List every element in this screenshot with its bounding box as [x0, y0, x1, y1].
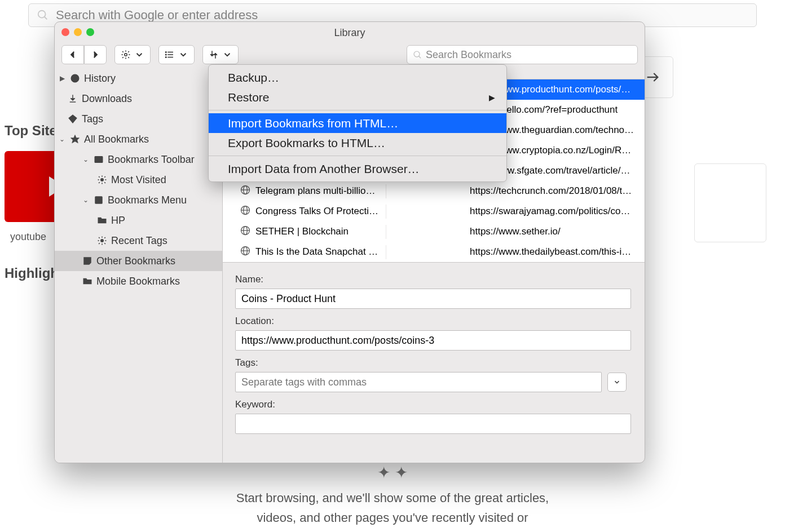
- svg-rect-16: [95, 157, 103, 163]
- bookmark-url-cell: https://www.sether.io/: [466, 226, 645, 237]
- chevron-down-icon: [134, 50, 144, 60]
- views-menu-button[interactable]: [158, 45, 195, 64]
- tag-icon: [67, 113, 78, 125]
- sidebar-item-mobile-bookmarks[interactable]: Mobile Bookmarks: [55, 271, 222, 291]
- detail-name-label: Name:: [235, 274, 632, 285]
- svg-point-0: [38, 11, 46, 18]
- sidebar-item-other-bookmarks[interactable]: Other Bookmarks: [55, 251, 222, 271]
- gear-icon: [121, 50, 131, 60]
- sidebar-item-bookmarks-toolbar[interactable]: ⌄ Bookmarks Toolbar: [55, 149, 222, 170]
- svg-point-22: [101, 240, 104, 242]
- chevron-down-icon: [178, 50, 188, 60]
- nav-back-button[interactable]: [61, 45, 84, 64]
- svg-point-9: [166, 57, 167, 58]
- disclosure-icon[interactable]: ▶: [58, 74, 66, 82]
- sidebar-item-hp[interactable]: HP: [55, 210, 222, 230]
- search-icon: [37, 9, 49, 21]
- sidebar-item-recent-tags[interactable]: Recent Tags: [55, 230, 222, 251]
- detail-keyword-input[interactable]: [235, 414, 631, 434]
- chevron-right-icon: [90, 50, 100, 60]
- detail-tags-input[interactable]: [235, 372, 602, 392]
- sidebar-item-downloads[interactable]: Downloads: [55, 88, 222, 109]
- folder-icon: [96, 215, 108, 226]
- clock-icon: [69, 73, 81, 84]
- titlebar: Library: [55, 22, 645, 43]
- import-export-dropdown: Backup… Restore ▶ Import Bookmarks from …: [208, 64, 507, 182]
- detail-location-input[interactable]: [235, 330, 631, 351]
- menu-import-browser[interactable]: Import Data from Another Browser…: [209, 159, 506, 179]
- svg-marker-15: [71, 135, 80, 143]
- nav-forward-button[interactable]: [84, 45, 107, 64]
- disclosure-icon[interactable]: ⌄: [82, 156, 90, 163]
- bookmark-title: SETHER | Blockchain: [255, 226, 349, 237]
- bookmark-name-cell: Congress Talks Of Protecti…: [223, 205, 386, 219]
- window-minimize-button[interactable]: [74, 28, 82, 36]
- menu-separator: [209, 110, 506, 110]
- search-icon: [413, 50, 422, 60]
- chevron-left-icon: [68, 50, 78, 60]
- bookmark-name-cell: This Is the Data Snapchat …: [223, 245, 386, 259]
- bookmark-row[interactable]: SETHER | Blockchainhttps://www.sether.io…: [223, 221, 645, 242]
- sidebar-item-all-bookmarks[interactable]: ⌄ All Bookmarks: [55, 129, 222, 149]
- star-icon: [69, 134, 81, 145]
- organize-menu-button[interactable]: [114, 45, 151, 64]
- folder-icon: [82, 276, 93, 287]
- chevron-down-icon: [222, 50, 232, 60]
- bookmark-name-cell: Telegram plans multi-billio…: [223, 184, 386, 198]
- globe-icon: [240, 225, 251, 239]
- bookmark-detail-pane: Name: Location: Tags: Keyword:: [223, 263, 645, 463]
- globe-icon: [240, 245, 251, 259]
- download-icon: [67, 93, 78, 104]
- sidebar-item-bookmarks-menu[interactable]: ⌄ Bookmarks Menu: [55, 190, 222, 210]
- toolbar-icon: [93, 154, 104, 165]
- bookmark-url-cell: https://www.thedailybeast.com/this-i…: [466, 246, 645, 258]
- svg-point-7: [166, 52, 167, 53]
- svg-point-10: [414, 51, 420, 57]
- menu-import-html[interactable]: Import Bookmarks from HTML…: [209, 113, 506, 133]
- detail-tags-label: Tags:: [235, 357, 632, 369]
- window-title: Library: [334, 27, 365, 39]
- bookmark-title: Telegram plans multi-billio…: [255, 185, 376, 197]
- import-export-menu-button[interactable]: [202, 45, 239, 64]
- tray-icon: [82, 255, 93, 267]
- sidebar-item-most-visited[interactable]: Most Visited: [55, 170, 222, 190]
- sidebar-item-tags[interactable]: Tags: [55, 109, 222, 129]
- disclosure-icon[interactable]: ⌄: [58, 135, 66, 143]
- highlight-card[interactable]: [694, 163, 766, 242]
- library-toolbar: Search Bookmarks: [55, 43, 645, 66]
- tags-dropdown-button[interactable]: [607, 373, 627, 392]
- svg-point-8: [166, 54, 167, 55]
- sidebar-item-history[interactable]: ▶ History: [55, 68, 222, 88]
- library-sidebar: ▶ History Downloads Tags ⌄ All Bookmarks…: [55, 66, 223, 463]
- menu-backup[interactable]: Backup…: [209, 68, 506, 87]
- list-icon: [165, 50, 175, 60]
- highlights-blurb: ✦ ✦ Start browsing, and we'll show some …: [0, 460, 785, 527]
- chevron-down-icon: [613, 378, 621, 386]
- library-window: Library Search Bookmarks: [54, 21, 645, 463]
- bookmark-name-cell: SETHER | Blockchain: [223, 225, 386, 239]
- bookmark-row[interactable]: Congress Talks Of Protecti…https://swara…: [223, 201, 645, 221]
- url-bar-placeholder: Search with Google or enter address: [56, 8, 258, 23]
- disclosure-icon[interactable]: ⌄: [82, 196, 90, 204]
- search-bookmarks-placeholder: Search Bookmarks: [426, 49, 511, 61]
- window-close-button[interactable]: [61, 28, 69, 36]
- svg-point-14: [72, 117, 73, 118]
- bookmark-title: This Is the Data Snapchat …: [255, 246, 378, 258]
- bookmark-row[interactable]: This Is the Data Snapchat …https://www.t…: [223, 242, 645, 262]
- bookmark-url-cell: https://swarajyamag.com/politics/co…: [466, 206, 645, 217]
- window-maximize-button[interactable]: [86, 28, 94, 36]
- arrow-right-icon: [645, 69, 660, 85]
- svg-point-18: [101, 179, 104, 181]
- globe-icon: [240, 184, 251, 198]
- svg-line-1: [45, 17, 47, 20]
- detail-keyword-label: Keyword:: [235, 399, 632, 410]
- menu-restore[interactable]: Restore ▶: [209, 87, 506, 107]
- menu-export-html[interactable]: Export Bookmarks to HTML…: [209, 133, 506, 153]
- bookmark-row[interactable]: Telegram plans multi-billio…https://tech…: [223, 181, 645, 201]
- svg-line-11: [419, 56, 421, 58]
- detail-name-input[interactable]: [235, 289, 631, 309]
- search-bookmarks-input[interactable]: Search Bookmarks: [407, 45, 638, 64]
- bookmark-title: Congress Talks Of Protecti…: [255, 206, 378, 217]
- detail-location-label: Location:: [235, 316, 632, 327]
- svg-point-3: [125, 54, 127, 56]
